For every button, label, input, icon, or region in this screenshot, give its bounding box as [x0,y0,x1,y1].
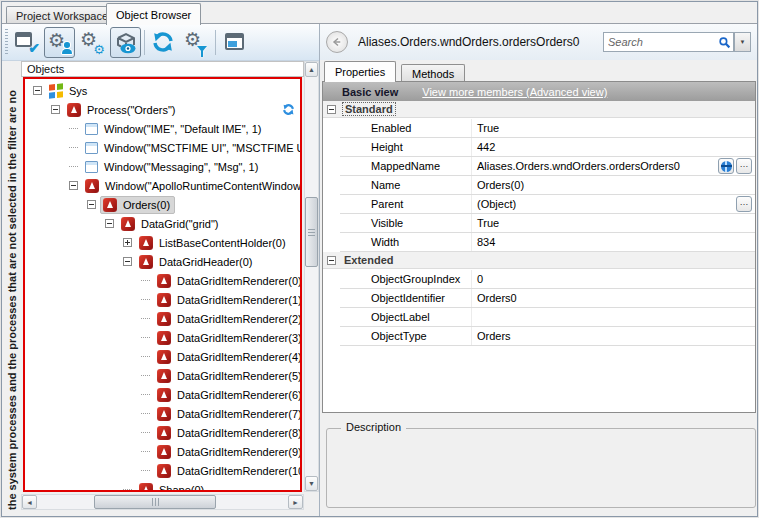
category-label[interactable]: Standard [342,102,396,116]
property-value[interactable]: Orders0 [471,289,755,307]
tree-item-label[interactable]: DataGridItemRenderer(8) [175,427,300,439]
checked-window-button[interactable] [11,27,42,58]
scroll-up-button[interactable] [305,62,318,77]
vertical-scroll-thumb[interactable] [305,197,318,267]
tree-item-label[interactable]: ListBaseContentHolder(0) [157,237,288,249]
gear-filter-button[interactable] [181,27,212,58]
tree-item-label[interactable]: DataGridItemRenderer(4) [175,351,300,363]
tree-item-label[interactable]: Window("MSCTFIME UI", "MSCTFIME UI", [102,142,300,154]
tree-connector [141,375,150,376]
tree-row-listbase: ListBaseContentHolder(0) [25,233,300,252]
property-value[interactable]: Aliases.Orders.wndOrders.ordersOrders0 [471,157,755,175]
property-value[interactable]: 442 [471,138,755,156]
tab-project-workspace[interactable]: Project Workspace [6,6,118,24]
standard-rows: Enabled True Height 442 MappedName Alias… [323,119,755,252]
gear-person-button[interactable] [44,27,75,58]
ellipsis-button[interactable] [736,196,752,212]
property-value[interactable]: True [471,119,755,137]
tab-methods-label: Methods [412,68,454,80]
cube-eye-button[interactable] [110,27,141,58]
collapse-icon[interactable] [327,105,336,114]
tree-item-label[interactable]: Window("ApolloRuntimeContentWindow", [103,180,300,192]
tree-item-label[interactable]: DataGridItemRenderer(3) [175,332,300,344]
property-value[interactable]: True [471,214,755,232]
air-app-icon [85,179,99,193]
tree-item-label[interactable]: DataGridItemRenderer(6) [175,389,300,401]
collapse-icon[interactable] [87,200,96,209]
tree-item-label[interactable]: DataGridItemRenderer(0) [175,275,300,287]
collapse-icon[interactable] [51,105,60,114]
tree-item-label[interactable]: Sys [67,85,89,97]
tab-properties[interactable]: Properties [324,61,396,82]
tree-item-label[interactable]: DataGridItemRenderer(10 [175,465,300,477]
tree-row-renderer9: DataGridItemRenderer(9) [25,442,300,461]
back-button[interactable] [326,31,348,53]
tab-object-browser[interactable]: Object Browser [106,3,201,25]
tree-item-label[interactable]: DataGridItemRenderer(1) [175,294,300,306]
objects-tree-panel: Objects Sys Process("Orders") Window("IM… [21,61,319,511]
tree-horizontal-scrollbar[interactable] [21,494,304,510]
tab-object-browser-label: Object Browser [116,9,191,21]
window-icon [85,161,98,173]
tree-item-label[interactable]: DataGrid("grid") [139,218,221,230]
search-box [603,32,734,52]
tree-vertical-scrollbar[interactable] [304,61,319,492]
property-row-objectlabel: ObjectLabel [340,308,755,327]
air-app-icon [139,255,153,269]
property-value[interactable]: Orders [471,327,755,345]
panel-window-button[interactable] [220,27,251,58]
tree-item-label[interactable]: Orders(0) [121,199,172,211]
property-name: ObjectLabel [340,311,471,323]
tree-item-label[interactable]: DataGridItemRenderer(5) [175,370,300,382]
horizontal-scroll-thumb[interactable] [94,495,216,509]
expand-icon[interactable] [123,238,132,247]
tree-item-label[interactable]: Window("Messaging", "Msg", 1) [102,161,260,173]
ellipsis-button[interactable] [736,158,752,174]
inspector-header: Aliases.Orders.wndOrders.ordersOrders0 [320,24,758,60]
tree-connector [141,394,150,395]
tree-item-label[interactable]: Window("IME", "Default IME", 1) [102,123,263,135]
highlight-object-button[interactable] [718,158,734,174]
panel-divider[interactable] [319,24,320,516]
search-options-dropdown[interactable] [734,32,751,52]
tree-item-label[interactable]: DataGridItemRenderer(7) [175,408,300,420]
tree-row-renderer7: DataGridItemRenderer(7) [25,404,300,423]
property-value[interactable]: 0 [471,270,755,288]
advanced-view-link[interactable]: View more members (Advanced view) [422,86,607,98]
scroll-right-button[interactable] [288,495,303,509]
property-row-visible: Visible True [340,214,755,233]
collapse-icon[interactable] [33,86,42,95]
tab-methods[interactable]: Methods [401,64,465,82]
refresh-button[interactable] [148,27,179,58]
tree-item-label[interactable]: Process("Orders") [85,104,178,116]
tree-item-label[interactable]: DataGridItemRenderer(9) [175,446,300,458]
gear-settings-button[interactable] [77,27,108,58]
collapse-icon[interactable] [105,219,114,228]
toolbar-grip[interactable] [5,29,8,56]
property-value[interactable] [471,308,755,326]
scroll-left-button[interactable] [22,495,37,509]
category-label[interactable]: Extended [342,254,396,266]
tree-item-label[interactable]: DataGridItemRenderer(2) [175,313,300,325]
property-value[interactable]: Orders(0) [471,176,755,194]
air-app-icon [139,483,153,493]
tree-item-label[interactable]: Shape(0) [157,484,206,493]
collapse-icon[interactable] [69,181,78,190]
description-label: Description [341,421,406,433]
search-input[interactable] [604,33,712,51]
collapse-icon[interactable] [123,257,132,266]
search-icon[interactable] [718,36,731,49]
property-value[interactable]: 834 [471,233,755,251]
scroll-down-button[interactable] [305,476,318,491]
properties-panel: Basic view View more members (Advanced v… [322,81,756,413]
tree-row-datagrid: DataGrid("grid") [25,214,300,233]
tree-item-label[interactable]: DataGridHeader(0) [157,256,255,268]
collapse-icon[interactable] [327,256,336,265]
air-app-icon [157,407,171,421]
air-app-icon [157,274,171,288]
property-name: Enabled [340,122,471,134]
property-value[interactable]: (Object) [471,195,755,213]
window-icon [85,123,98,135]
property-row-name: Name Orders(0) [340,176,755,195]
selected-tree-item[interactable]: Orders(0) [100,196,175,214]
